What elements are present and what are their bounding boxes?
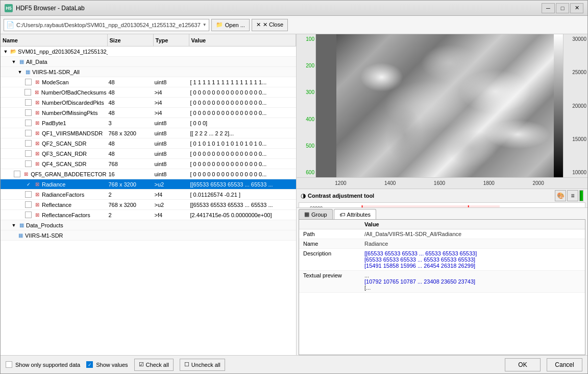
expand-icon[interactable]: ▼ xyxy=(11,222,17,228)
maximize-button[interactable]: □ xyxy=(556,3,569,13)
tree-row[interactable]: ⊠ RadianceFactors 2 >f4 [ 0.01126574 -0.… xyxy=(1,190,296,200)
tabs-row: ▦ Group 🏷 Attributes xyxy=(297,208,587,219)
tree-row[interactable]: ▼ ▦ VIIRS-M1-SDR_All xyxy=(1,67,296,77)
tree-row[interactable]: ⊠ NumberOfMissingPkts 48 >i4 [ 0 0 0 0 0… xyxy=(1,108,296,118)
tree-row[interactable]: ⊠ QF3_SCAN_RDR 48 uint8 [ 0 0 0 0 0 0 0 … xyxy=(1,149,296,159)
show-only-supported-checkbox[interactable] xyxy=(6,361,12,368)
tree-row[interactable]: ▦ VIIRS-M1-SDR xyxy=(1,230,296,241)
tree-row[interactable]: ⊠ QF2_SCAN_SDR 48 uint8 [ 0 1 0 1 0 1 0 … xyxy=(1,138,296,149)
dataset-icon: ⊠ xyxy=(34,120,41,127)
x-label-1600: 1600 xyxy=(434,180,445,186)
svg-rect-12 xyxy=(362,207,365,208)
contrast-header: ◑ Contrast adjustment tool 🎨 ≡ xyxy=(297,189,587,202)
tree-row[interactable]: ⊠ PadByte1 3 uint8 [ 0 0 0] xyxy=(1,118,296,128)
show-only-supported-label: Show only supported data xyxy=(15,362,80,368)
file-path-text: C:/Users/p.raybaut/Desktop/SVM01_npp_d20… xyxy=(16,22,201,28)
tree-row[interactable]: ⊠ ReflectanceFactors 2 >f4 [2.4417415e-0… xyxy=(1,210,296,220)
row-checkbox[interactable] xyxy=(25,79,32,85)
hist-y-labels: 60000 40000 20000 0 xyxy=(299,205,324,208)
show-values-checkbox[interactable]: ✓ xyxy=(86,361,93,368)
row-type xyxy=(154,230,189,240)
file-path-combo[interactable]: 📄 C:/Users/p.raybaut/Desktop/SVM01_npp_d… xyxy=(4,19,209,31)
row-type xyxy=(154,220,189,230)
dataset-icon: ⊠ xyxy=(34,212,41,219)
row-name: QF1_VIIRSMBANDSDR xyxy=(42,130,103,136)
preview-bracket: [... xyxy=(364,285,581,291)
row-value: [ 0 0 0 0 0 0 0 0 0 0 0 0 0 0 0... xyxy=(189,159,297,169)
tree-row[interactable]: ⊠ QF5_GRAN_BADDETECTOR 16 uint8 [ 0 0 0 … xyxy=(1,169,296,179)
row-checkbox[interactable] xyxy=(25,212,32,218)
row-checkbox[interactable] xyxy=(25,201,32,208)
expand-icon[interactable]: ▼ xyxy=(3,49,9,55)
minimize-button[interactable]: ─ xyxy=(542,3,555,13)
tree-row-radiance[interactable]: ✓ ⊠ Radiance 768 x 3200 >u2 [[65533 6553… xyxy=(1,179,296,190)
tab-attributes[interactable]: 🏷 Attributes xyxy=(334,209,376,220)
row-size: 2 xyxy=(108,190,154,199)
tree-row[interactable]: ⊠ Reflectance 768 x 3200 >u2 [[65533 655… xyxy=(1,200,296,210)
tree-row[interactable]: ▼ 📂 SVM01_npp_d20130524_t1255132_e125637… xyxy=(1,46,296,57)
expand-icon[interactable]: ▼ xyxy=(11,59,17,65)
tree-row[interactable]: ⊠ ModeScan 48 uint8 [ 1 1 1 1 1 1 1 1 1 … xyxy=(1,77,296,87)
tree-body[interactable]: ▼ 📂 SVM01_npp_d20130524_t1255132_e125637… xyxy=(1,46,296,355)
row-type: uint8 xyxy=(154,169,189,179)
row-size xyxy=(108,220,154,230)
row-checkbox[interactable] xyxy=(25,109,32,116)
cancel-button[interactable]: Cancel xyxy=(547,358,582,371)
tab-group[interactable]: ▦ Group xyxy=(299,209,333,219)
row-type: uint8 xyxy=(154,128,189,138)
uncheck-all-button[interactable]: ☐ Uncheck all xyxy=(180,359,225,371)
row-name: NumberOfBadChecksums xyxy=(41,89,107,96)
row-size: 768 x 3200 xyxy=(108,128,154,138)
row-size xyxy=(108,67,154,77)
row-value: [[ 2 2 2 ... 2 2 2]... xyxy=(189,128,297,138)
row-checkbox[interactable] xyxy=(25,120,32,126)
row-checkbox[interactable] xyxy=(25,150,32,157)
row-type: uint8 xyxy=(154,118,189,128)
row-checkbox[interactable] xyxy=(25,160,32,167)
y-right-30000: 30000 xyxy=(565,36,586,42)
close-file-button[interactable]: ✕ ✕ Close xyxy=(252,19,288,31)
row-checkbox[interactable] xyxy=(25,99,32,106)
row-size: 768 x 3200 xyxy=(108,200,154,209)
ok-button[interactable]: OK xyxy=(505,358,541,371)
row-type xyxy=(154,57,189,66)
row-checkbox[interactable] xyxy=(14,171,20,177)
x-label-1200: 1200 xyxy=(335,180,346,186)
open-button[interactable]: 📁 Open ... xyxy=(211,19,250,31)
histogram-icon[interactable]: ≡ xyxy=(567,190,578,201)
colormap-icon[interactable]: 🎨 xyxy=(555,190,566,201)
close-button[interactable]: ✕ xyxy=(570,3,583,13)
folder-icon: 📁 xyxy=(216,21,223,28)
group-icon: ▦ xyxy=(18,222,25,229)
y-right-10000: 10000 xyxy=(565,170,586,175)
dataset-icon: ⊠ xyxy=(34,99,41,106)
dataset-icon: ⊠ xyxy=(34,79,41,86)
tree-row[interactable]: ⊠ NumberOfDiscardedPkts 48 >i4 [ 0 0 0 0… xyxy=(1,98,296,108)
tree-row[interactable]: ⊠ NumberOfBadChecksums 48 >i4 [ 0 0 0 0 … xyxy=(1,87,296,98)
attr-value: Radiance xyxy=(360,239,585,249)
row-type: >u2 xyxy=(154,200,189,209)
row-checkbox[interactable] xyxy=(25,130,32,136)
description-line2: [65533 65533 65533 ... 65533 65533 65533… xyxy=(364,256,581,263)
row-checkbox[interactable] xyxy=(25,140,32,147)
dataset-icon: ⊠ xyxy=(34,130,41,137)
tree-row[interactable]: ▼ ▦ All_Data xyxy=(1,57,296,67)
row-value xyxy=(189,220,297,230)
row-type: uint8 xyxy=(154,159,189,169)
expand-icon[interactable]: ▼ xyxy=(17,69,23,75)
dataset-icon: ⊠ xyxy=(34,181,41,188)
row-checkbox[interactable] xyxy=(24,89,31,96)
check-all-button[interactable]: ☑ Check all xyxy=(134,359,174,371)
row-type xyxy=(154,67,189,77)
row-checkbox[interactable]: ✓ xyxy=(25,181,32,188)
folder-icon: 📂 xyxy=(10,48,17,55)
group-icon: ▦ xyxy=(18,58,25,65)
tree-row[interactable]: ▼ ▦ Data_Products xyxy=(1,220,296,230)
row-checkbox[interactable] xyxy=(25,191,32,198)
tree-row[interactable]: ⊠ QF1_VIIRSMBANDSDR 768 x 3200 uint8 [[ … xyxy=(1,128,296,138)
row-type: >i4 xyxy=(154,87,189,97)
row-size: 768 x 3200 xyxy=(108,179,154,189)
attr-key: Textual preview xyxy=(299,271,360,293)
row-value: [2.4417415e-05 0.0000000e+00] xyxy=(189,210,297,220)
tree-row[interactable]: ⊠ QF4_SCAN_SDR 768 uint8 [ 0 0 0 0 0 0 0… xyxy=(1,159,296,169)
